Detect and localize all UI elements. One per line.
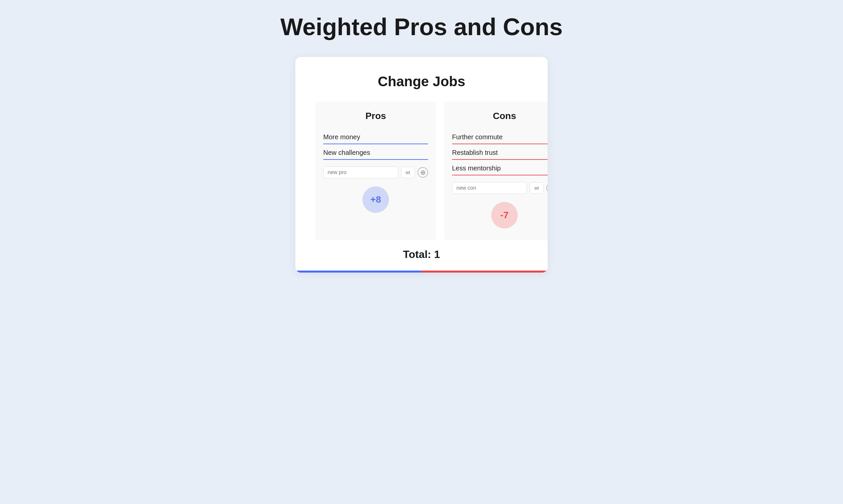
cons-column: Cons Further commute Restablish trust Le… bbox=[444, 102, 548, 240]
cons-list: Further commute Restablish trust Less me… bbox=[452, 131, 548, 175]
new-pro-row: ⊕ bbox=[323, 166, 428, 178]
con-weight-input[interactable] bbox=[530, 182, 544, 194]
bottom-bar bbox=[295, 271, 548, 273]
page-title: Weighted Pros and Cons bbox=[280, 13, 563, 40]
pros-column-title: Pros bbox=[323, 111, 428, 121]
list-item: Further commute bbox=[452, 131, 548, 144]
decision-title: Change Jobs bbox=[315, 74, 528, 90]
columns: Pros More money New challenges ⊕ +8 Cons… bbox=[315, 102, 528, 240]
pros-column: Pros More money New challenges ⊕ +8 bbox=[315, 102, 436, 240]
bottom-bar-pro bbox=[295, 271, 422, 273]
total-section: Total: 1 bbox=[315, 240, 528, 271]
list-item: Restablish trust bbox=[452, 146, 548, 160]
new-pro-input[interactable] bbox=[323, 166, 398, 178]
con-score-circle: -7 bbox=[491, 202, 518, 229]
bottom-bar-con bbox=[422, 271, 548, 273]
pro-weight-input[interactable] bbox=[401, 167, 415, 178]
main-card: Change Jobs Pros More money New challeng… bbox=[295, 57, 548, 273]
add-pro-button[interactable]: ⊕ bbox=[417, 167, 428, 178]
list-item: New challenges bbox=[323, 146, 428, 160]
pros-list: More money New challenges bbox=[323, 131, 428, 160]
list-item: Less mentorship bbox=[452, 162, 548, 175]
list-item: More money bbox=[323, 131, 428, 144]
pro-score-circle: +8 bbox=[362, 186, 389, 213]
new-con-row: ⊕ bbox=[452, 182, 548, 194]
add-con-button[interactable]: ⊕ bbox=[546, 183, 548, 193]
cons-column-title: Cons bbox=[452, 111, 548, 121]
new-con-input[interactable] bbox=[452, 182, 527, 194]
